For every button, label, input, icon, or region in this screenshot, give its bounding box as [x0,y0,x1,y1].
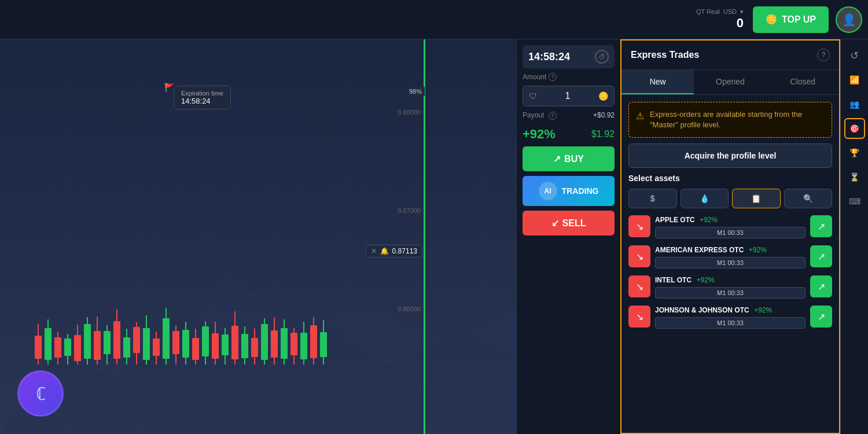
asset-pct-jnj: +92% [754,306,772,314]
ai-trading-button[interactable]: AI TRADING [523,176,615,206]
asset-info-jnj: JOHNSON & JOHNSON OTC +92% M1 00:33 [655,304,806,329]
asset-name-jnj: JOHNSON & JOHNSON OTC +92% [655,304,806,315]
acquire-label: Acquire the profile level [685,151,777,160]
up-arrow-icon: ↗ [818,311,825,322]
expiration-label: Expiration time [181,90,223,97]
asset-down-btn-intel[interactable]: ↘ [628,275,650,297]
topbar: QT Real USD ▾ 0 🪙 TOP UP 👤 [0,0,868,39]
asset-info-intel: INTEL OTC +92% M1 00:33 [655,274,806,299]
trophy-icon: 🏆 [849,148,859,157]
tab-new[interactable]: New [621,70,694,94]
tab-opened[interactable]: Opened [694,70,766,94]
logo: ℂ [17,370,64,417]
target-icon: 🎯 [849,124,859,133]
doc-icon: 📋 [751,194,761,203]
buy-button[interactable]: ↗ BUY [523,146,615,171]
warning-text: Express-orders are available starting fr… [650,109,825,130]
sidebar-icon-keyboard[interactable]: ⌨ [844,191,865,212]
asset-info-apple: APPLE OTC +92% M1 00:33 [655,214,806,238]
asset-time-jnj: M1 00:33 [655,317,806,329]
express-body: ⚠ Express-orders are available starting … [621,95,839,433]
payout-percent: +92% [523,127,556,142]
ai-label: TRADING [562,186,599,196]
asset-time-intel: M1 00:33 [655,287,806,299]
payout-section: Payout ? +$0.92 [523,111,615,120]
asset-name-text: INTEL OTC [655,276,692,284]
help-icon[interactable]: ? [817,49,830,61]
time-section: 14:58:24 ⏱ [523,45,615,68]
asset-row-amex: ↘ AMERICAN EXPRESS OTC +92% M1 00:33 ↗ [628,244,832,269]
sell-arrow-icon: ↙ [551,218,559,229]
asset-down-btn-apple[interactable]: ↘ [628,215,650,237]
account-type-label: QT Real [696,8,720,16]
asset-up-btn-amex[interactable]: ↗ [810,245,832,267]
sidebar-icon-target[interactable]: 🎯 [844,118,865,139]
filter-drop[interactable]: 💧 [681,189,729,208]
up-arrow-icon: ↗ [818,251,825,262]
amount-input[interactable]: 🛡 1 🪙 [523,86,615,106]
avatar[interactable]: 👤 [836,6,862,33]
tab-closed[interactable]: Closed [767,70,839,94]
sell-button[interactable]: ↙ SELL [523,211,615,236]
right-sidebar: ↺ 📶 👥 🎯 🏆 ⏳ ⌨ [840,39,868,434]
asset-up-btn-apple[interactable]: ↗ [810,215,832,237]
candlestick-chart [29,145,415,365]
acquire-profile-button[interactable]: Acquire the profile level [628,144,832,168]
filter-doc[interactable]: 📋 [732,189,781,208]
payout-values: +92% $1.92 [523,127,615,142]
up-arrow-icon: ↗ [818,281,825,292]
amount-value: 1 [565,91,571,101]
asset-up-btn-intel[interactable]: ↗ [810,275,832,297]
signal-icon: 📶 [849,75,859,84]
coin-icon: 🪙 [598,91,608,101]
sidebar-icon-signal[interactable]: 📶 [844,69,865,90]
filter-dollar[interactable]: $ [628,189,677,208]
express-title: Express Trades [631,50,699,60]
amount-info-icon[interactable]: ? [549,73,557,81]
expiration-time: 14:58:24 [181,97,223,105]
down-arrow-icon: ↘ [636,221,643,232]
asset-name-text: AMERICAN EXPRESS OTC [655,246,744,254]
payout-usd: $1.92 [591,129,615,139]
dropdown-icon[interactable]: ▾ [740,8,744,16]
asset-row-jnj: ↘ JOHNSON & JOHNSON OTC +92% M1 00:33 ↗ [628,304,832,329]
keyboard-icon: ⌨ [849,197,860,206]
select-assets-label: Select assets [628,174,832,183]
asset-up-btn-jnj[interactable]: ↗ [810,306,832,328]
users-icon: 👥 [849,100,859,109]
payout-raw: +$0.92 [593,111,615,119]
sidebar-icon-users[interactable]: 👥 [844,94,865,115]
filter-row: $ 💧 📋 🔍 [628,189,832,208]
amount-label-section: Amount ? [523,73,615,81]
current-time: 14:58:24 [528,51,570,63]
asset-down-btn-jnj[interactable]: ↘ [628,306,650,328]
asset-row-intel: ↘ INTEL OTC +92% M1 00:33 ↗ [628,274,832,299]
asset-info-amex: AMERICAN EXPRESS OTC +92% M1 00:33 [655,244,806,269]
filter-search[interactable]: 🔍 [784,189,833,208]
balance-section: QT Real USD ▾ 0 [696,8,744,31]
asset-down-btn-amex[interactable]: ↘ [628,245,650,267]
payout-info-icon[interactable]: ? [549,112,557,120]
down-arrow-icon: ↘ [636,251,643,262]
topup-button[interactable]: 🪙 TOP UP [753,6,829,33]
sidebar-icon-trophy[interactable]: 🏆 [844,142,865,163]
trading-panel: 14:58:24 ⏱ Amount ? 🛡 1 🪙 Payout ? +$0.9… [516,39,620,434]
asset-name-intel: INTEL OTC +92% [655,274,806,285]
price-label-high: 0.88000 [398,109,421,116]
clock-icon[interactable]: ⏱ [595,50,609,64]
history-icon: ↺ [850,49,859,62]
asset-pct-apple: +92% [700,216,718,224]
sidebar-icon-timer[interactable]: ⏳ [844,167,865,187]
buy-label: BUY [564,154,584,164]
asset-name-text: APPLE OTC [655,216,695,224]
ai-circle: AI [539,182,557,200]
timer-icon: ⏳ [849,172,859,182]
sidebar-icon-history[interactable]: ↺ [844,45,865,66]
payout-label: Payout [523,111,544,119]
expiration-bubble: Expiration time 14:58:24 [174,86,231,109]
asset-name-apple: APPLE OTC +92% [655,214,806,225]
currency-label: USD [723,8,737,16]
asset-time-amex: M1 00:33 [655,257,806,269]
percent-badge: 98% [406,87,425,96]
down-arrow-icon: ↘ [636,281,643,292]
